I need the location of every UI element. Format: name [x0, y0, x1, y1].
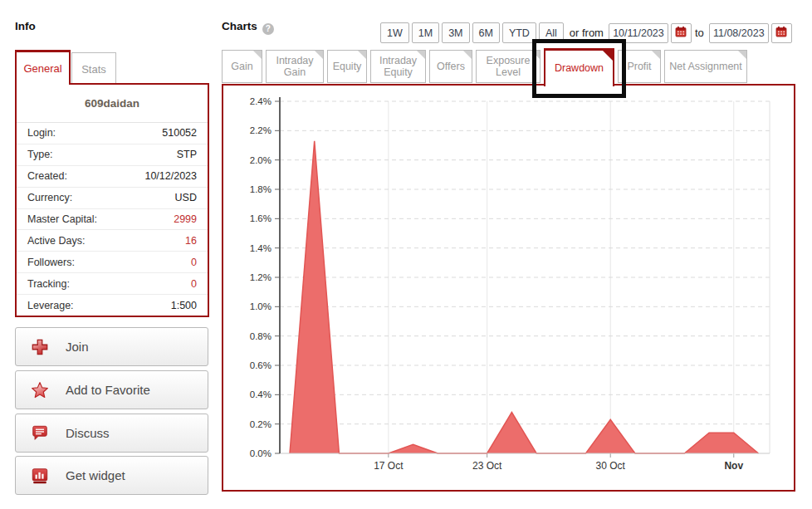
- row-value: USD: [175, 192, 197, 203]
- tab-intraday-gain[interactable]: Intraday Gain: [266, 50, 324, 83]
- account-info-rows: Login: 510052 Type: STP Created: 10/12/2…: [17, 123, 208, 316]
- row-label: Tracking:: [27, 278, 70, 290]
- range-1w-button[interactable]: 1W: [380, 22, 409, 43]
- drawdown-chart-panel: 17 Oct23 Oct30 OctNov0.0%0.2%0.4%0.6%0.8…: [222, 84, 795, 492]
- table-row: Type: STP: [17, 144, 208, 166]
- account-info-panel: 609daidan Login: 510052 Type: STP Create…: [15, 83, 209, 317]
- row-label: Master Capital:: [27, 213, 97, 225]
- row-value: 2999: [174, 213, 197, 225]
- svg-text:Nov: Nov: [724, 460, 743, 472]
- row-label: Leverage:: [27, 300, 74, 311]
- table-row: Currency: USD: [17, 188, 208, 209]
- table-row: Login: 510052: [17, 123, 208, 144]
- row-value: 0: [191, 257, 197, 268]
- row-value: 1:500: [171, 300, 197, 311]
- table-row: Master Capital: 2999: [17, 209, 208, 231]
- table-row: Active Days: 16: [17, 230, 208, 252]
- svg-text:1.8%: 1.8%: [250, 184, 271, 194]
- to-label: to: [695, 27, 704, 39]
- discuss-button[interactable]: Discuss: [15, 414, 208, 453]
- svg-text:2.4%: 2.4%: [250, 96, 271, 106]
- table-row: Leverage: 1:500: [17, 295, 208, 316]
- svg-text:1.6%: 1.6%: [250, 213, 271, 223]
- to-calendar-button[interactable]: [771, 23, 792, 43]
- row-label: Currency:: [27, 192, 72, 203]
- svg-text:0.2%: 0.2%: [250, 419, 271, 429]
- from-date-input[interactable]: [609, 23, 668, 43]
- svg-text:0.6%: 0.6%: [250, 360, 271, 370]
- info-tabs: General Stats: [15, 50, 116, 85]
- join-button-label: Join: [66, 340, 89, 354]
- to-date-input[interactable]: [709, 23, 769, 43]
- calendar-icon: [775, 26, 787, 40]
- row-label: Followers:: [27, 257, 75, 268]
- tab-general[interactable]: General: [15, 50, 71, 85]
- star-icon: [31, 381, 49, 399]
- svg-text:30 Oct: 30 Oct: [596, 460, 626, 472]
- or-from-label: or from: [570, 27, 604, 39]
- account-name: 609daidan: [17, 85, 208, 123]
- range-all-button[interactable]: All: [539, 22, 564, 43]
- discuss-button-label: Discuss: [66, 426, 110, 440]
- widget-icon: [31, 467, 49, 485]
- get-widget-button[interactable]: Get widget: [15, 456, 208, 495]
- tab-stats[interactable]: Stats: [71, 52, 116, 85]
- range-3m-button[interactable]: 3M: [442, 22, 469, 43]
- range-6m-button[interactable]: 6M: [472, 22, 500, 43]
- chart-tabs: Gain Intraday Gain Equity Intraday Equit…: [222, 50, 751, 86]
- tab-exposure-level[interactable]: Exposure Level: [476, 50, 541, 83]
- drawdown-chart: 17 Oct23 Oct30 OctNov0.0%0.2%0.4%0.6%0.8…: [223, 86, 794, 490]
- calendar-icon: [675, 26, 687, 40]
- svg-text:23 Oct: 23 Oct: [472, 460, 502, 472]
- svg-text:1.0%: 1.0%: [250, 301, 271, 311]
- svg-text:2.0%: 2.0%: [250, 155, 271, 165]
- row-label: Active Days:: [27, 235, 85, 247]
- row-value: 10/12/2023: [144, 170, 197, 182]
- info-section-title: Info: [15, 20, 36, 32]
- svg-text:17 Oct: 17 Oct: [374, 460, 404, 472]
- range-ytd-button[interactable]: YTD: [502, 22, 536, 43]
- table-row: Tracking: 0: [17, 273, 208, 295]
- svg-text:1.4%: 1.4%: [250, 243, 271, 253]
- row-label: Type:: [27, 149, 53, 160]
- date-range-bar: 1W 1M 3M 6M YTD All or from to: [380, 22, 792, 43]
- add-to-favorite-label: Add to Favorite: [66, 383, 150, 397]
- tab-profit[interactable]: Profit: [618, 50, 661, 83]
- charts-section-title: Charts?: [222, 20, 274, 35]
- table-row: Created: 10/12/2023: [17, 166, 208, 188]
- row-value: 0: [191, 278, 197, 290]
- add-to-favorite-button[interactable]: Add to Favorite: [15, 370, 208, 409]
- tab-offers[interactable]: Offers: [429, 50, 472, 83]
- tab-gain[interactable]: Gain: [222, 50, 262, 83]
- row-label: Created:: [27, 170, 67, 182]
- row-value: 510052: [162, 127, 197, 139]
- charts-title-text: Charts: [222, 20, 257, 32]
- svg-text:0.4%: 0.4%: [250, 389, 271, 399]
- tab-intraday-equity[interactable]: Intraday Equity: [370, 50, 426, 83]
- svg-text:0.0%: 0.0%: [250, 448, 271, 458]
- row-label: Login:: [27, 127, 56, 139]
- svg-text:1.2%: 1.2%: [250, 272, 271, 282]
- table-row: Followers: 0: [17, 252, 208, 273]
- discuss-icon: [31, 424, 49, 443]
- tab-equity[interactable]: Equity: [327, 50, 367, 83]
- tab-net-assignment[interactable]: Net Assignment: [664, 50, 747, 83]
- tab-drawdown[interactable]: Drawdown: [544, 48, 614, 86]
- get-widget-label: Get widget: [66, 468, 125, 482]
- from-calendar-button[interactable]: [671, 23, 692, 43]
- plus-icon: [31, 338, 49, 356]
- row-value: 16: [185, 235, 197, 247]
- join-button[interactable]: Join: [15, 327, 208, 366]
- svg-text:0.8%: 0.8%: [250, 331, 271, 341]
- row-value: STP: [177, 149, 197, 160]
- help-icon[interactable]: ?: [262, 23, 274, 35]
- svg-text:2.2%: 2.2%: [250, 125, 271, 135]
- range-1m-button[interactable]: 1M: [412, 22, 439, 43]
